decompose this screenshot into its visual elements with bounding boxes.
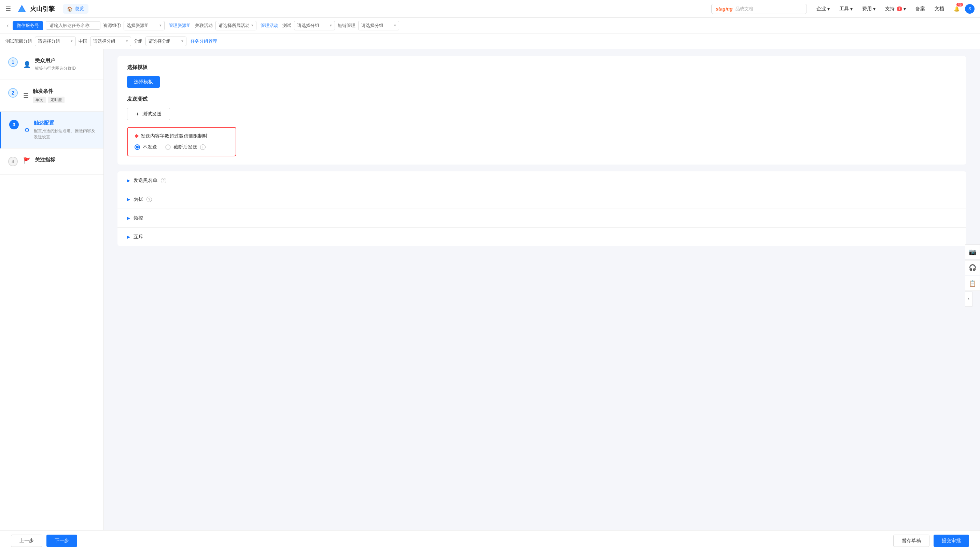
logo: 火山引擎 [16, 3, 55, 14]
short-link-select[interactable]: 请选择分组 ▾ [358, 21, 399, 30]
activity-arrow: ▾ [251, 23, 253, 28]
home-icon: 🏠 [67, 6, 73, 12]
group-arrow: ▾ [181, 39, 183, 43]
step-3-icon: ⚙ [24, 126, 30, 134]
step-3-circle: 3 [9, 120, 19, 129]
nav-tools-chevron: ▾ [850, 6, 853, 12]
nav-cost-label: 费用 [862, 6, 872, 12]
resource-group-placeholder: 选择资源组 [127, 22, 149, 29]
radio-group: 不发送 截断后发送 i [135, 144, 229, 150]
resource-group-select[interactable]: 选择资源组 ▾ [124, 21, 165, 30]
step-2-badges: 单次 定时型 [33, 97, 95, 103]
nav-right: 企业 ▾ 工具 ▾ 费用 ▾ 支持 1 ▾ 备案 文档 🔔 45 S [812, 4, 975, 14]
nav-avatar[interactable]: S [965, 4, 975, 14]
nav-enterprise-label: 企业 [816, 6, 826, 12]
expand-dnd[interactable]: ▶ 勿扰 ? [118, 190, 966, 209]
step-1[interactable]: 1 👤 受众用户 标签与行为圈选分群ID [0, 49, 103, 80]
nav-docs[interactable]: 文档 [931, 4, 948, 14]
step-3-info: 触达配置 配置推送的触达通道、推送内容及发送设置 [34, 120, 95, 140]
nav-filing[interactable]: 备案 [912, 4, 929, 14]
step-2[interactable]: 2 ☰ 触发条件 单次 定时型 [0, 80, 103, 112]
china-select[interactable]: 请选择分组 ▾ [90, 37, 131, 46]
manage-resource-link[interactable]: 管理资源组 [167, 22, 192, 29]
manage-activity-link[interactable]: 管理活动 [259, 22, 280, 29]
step-1-info: 受众用户 标签与行为圈选分群ID [35, 57, 95, 71]
sidebar: 1 👤 受众用户 标签与行为圈选分群ID 2 ☰ 触发条件 单次 定时型 [0, 49, 104, 530]
send-icon: ✈ [135, 111, 140, 117]
expand-blacklist[interactable]: ▶ 发送黑名单 ? [118, 171, 966, 190]
logo-svg [16, 3, 27, 14]
step-4-circle: 4 [8, 157, 18, 166]
activity-select[interactable]: 请选择所属活动 ▾ [215, 21, 256, 30]
test-send-button[interactable]: ✈ 测试发送 [127, 108, 170, 120]
step-4[interactable]: 4 🚩 关注指标 [0, 149, 103, 175]
nav-filing-label: 备案 [915, 6, 925, 12]
radio-no-send-inner [136, 146, 138, 149]
group-select[interactable]: 请选择分组 ▾ [145, 37, 186, 46]
float-book-btn[interactable]: 📋 [965, 276, 980, 291]
step-1-circle: 1 [8, 57, 18, 67]
china-arrow: ▾ [126, 39, 128, 43]
test-send-title: 发送测试 [127, 96, 957, 102]
select-template-button[interactable]: 选择模板 [127, 76, 160, 88]
test-group-label: 测试配额分组 [5, 38, 32, 44]
expand-freq[interactable]: ▶ 频控 [118, 209, 966, 228]
test-group-placeholder: 请选择分组 [38, 38, 60, 44]
freq-label: 频控 [134, 215, 143, 221]
mutex-label: 互斥 [134, 234, 143, 240]
nav-support-label: 支持 [885, 6, 895, 12]
blacklist-help-icon[interactable]: ? [161, 178, 166, 183]
step-4-title: 关注指标 [35, 157, 95, 163]
radio-truncate-label: 截断后发送 [173, 144, 197, 150]
menu-icon[interactable]: ☰ [5, 5, 11, 13]
mutex-arrow: ▶ [127, 235, 130, 239]
task-name-input[interactable] [46, 21, 100, 30]
search-box[interactable]: staging 品或文档 [711, 4, 807, 14]
task-group-mgmt-link[interactable]: 任务分组管理 [189, 38, 218, 44]
related-activity-label: 关联活动 [195, 22, 213, 29]
radio-no-send[interactable]: 不发送 [135, 144, 157, 150]
test-group-arrow: ▾ [71, 39, 73, 43]
alert-box: ✱ 发送内容字数超过微信侧限制时 不发送 截断后发送 i [127, 127, 236, 156]
main-content: 1 👤 受众用户 标签与行为圈选分群ID 2 ☰ 触发条件 单次 定时型 [0, 49, 980, 530]
wechat-service-tab[interactable]: 微信服务号 [13, 21, 43, 30]
test-group-select[interactable]: 请选择分组 ▾ [35, 37, 76, 46]
nav-enterprise[interactable]: 企业 ▾ [812, 4, 834, 14]
radio-truncate-circle [165, 144, 171, 150]
nav-home-button[interactable]: 🏠 总览 [63, 4, 88, 14]
test-select[interactable]: 请选择分组 ▾ [294, 21, 335, 30]
search-placeholder: 品或文档 [735, 6, 753, 12]
radio-truncate-send[interactable]: 截断后发送 i [165, 144, 205, 150]
test-send-label: 测试发送 [142, 111, 162, 117]
nav-tools-label: 工具 [839, 6, 849, 12]
expand-mutex[interactable]: ▶ 互斥 [118, 228, 966, 246]
truncate-info-icon[interactable]: i [200, 144, 205, 150]
nav-bell[interactable]: 🔔 45 [950, 4, 964, 14]
back-button[interactable]: ‹ [5, 21, 10, 30]
logo-text: 火山引擎 [30, 5, 55, 13]
test-label: 测试 [282, 22, 291, 29]
dnd-label: 勿扰 [134, 196, 143, 202]
home-label: 总览 [75, 6, 84, 12]
step-2-circle: 2 [8, 88, 18, 98]
group-label: 分组 [134, 38, 143, 44]
dnd-help-icon[interactable]: ? [146, 197, 152, 202]
short-link-label: 短链管理 [338, 22, 355, 29]
nav-support[interactable]: 支持 1 ▾ [881, 4, 910, 14]
float-expand-btn[interactable]: › [965, 292, 972, 306]
nav-tools[interactable]: 工具 ▾ [835, 4, 857, 14]
badge-timer: 定时型 [48, 97, 65, 103]
float-headset-btn[interactable]: 🎧 [965, 260, 980, 275]
content-area: 选择模板 选择模板 发送测试 ✈ 测试发送 ✱ 发送内容字数超过微信侧限制时 [104, 49, 980, 530]
search-staging: staging [716, 6, 733, 12]
nav-cost[interactable]: 费用 ▾ [858, 4, 880, 14]
resource-group-label: 资源组① [103, 22, 121, 29]
step-2-info: 触发条件 单次 定时型 [33, 88, 95, 103]
step-1-title: 受众用户 [35, 57, 95, 64]
step-1-desc: 标签与行为圈选分群ID [35, 65, 95, 71]
freq-arrow: ▶ [127, 216, 130, 221]
china-label: 中国 [78, 38, 88, 44]
step-2-title: 触发条件 [33, 88, 95, 95]
step-3[interactable]: 3 ⚙ 触达配置 配置推送的触达通道、推送内容及发送设置 [0, 112, 103, 149]
float-camera-btn[interactable]: 📷 [965, 245, 980, 259]
